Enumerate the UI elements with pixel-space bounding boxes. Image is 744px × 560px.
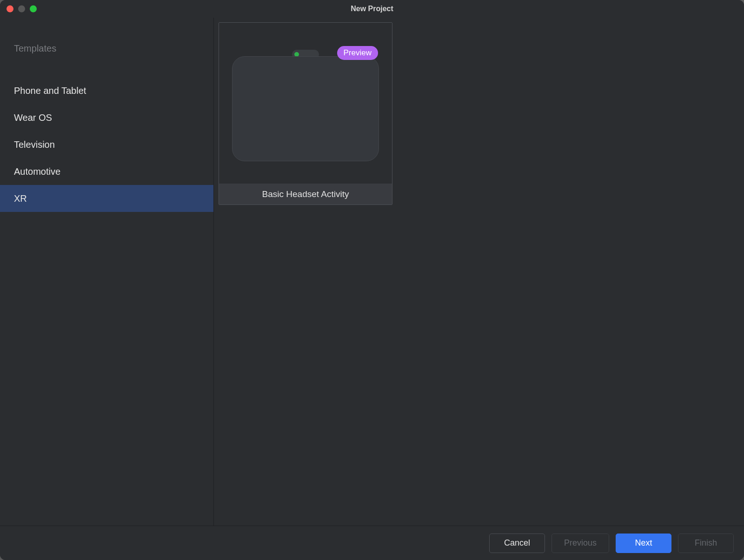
new-project-window: New Project Templates Phone and Tablet W…	[0, 0, 744, 560]
template-grid: Preview Basic Headset Activity	[214, 18, 744, 526]
preview-badge: Preview	[337, 46, 378, 60]
template-card-basic-headset-activity[interactable]: Preview Basic Headset Activity	[219, 22, 392, 205]
sidebar-item-label: Automotive	[14, 166, 60, 177]
previous-button: Previous	[551, 534, 609, 553]
traffic-lights	[7, 6, 37, 13]
minimize-window-button[interactable]	[18, 6, 25, 13]
sidebar-item-label: Television	[14, 139, 55, 150]
body: Templates Phone and Tablet Wear OS Telev…	[0, 18, 744, 526]
titlebar: New Project	[0, 0, 744, 18]
sidebar-item-automotive[interactable]: Automotive	[0, 158, 213, 185]
sidebar-item-television[interactable]: Television	[0, 131, 213, 158]
next-button[interactable]: Next	[616, 534, 671, 553]
footer: Cancel Previous Next Finish	[0, 526, 744, 560]
zoom-window-button[interactable]	[30, 6, 37, 13]
headset-screen-icon	[232, 56, 379, 161]
window-title: New Project	[351, 5, 393, 13]
sidebar-item-label: Wear OS	[14, 112, 52, 123]
sidebar-heading: Templates	[0, 43, 213, 54]
sidebar-item-label: XR	[14, 193, 27, 204]
sidebar-item-phone-and-tablet[interactable]: Phone and Tablet	[0, 77, 213, 104]
cancel-button[interactable]: Cancel	[489, 534, 545, 553]
close-window-button[interactable]	[7, 6, 13, 13]
template-card-label: Basic Headset Activity	[219, 184, 392, 204]
sidebar: Templates Phone and Tablet Wear OS Telev…	[0, 18, 214, 526]
sidebar-item-xr[interactable]: XR	[0, 185, 213, 212]
finish-button: Finish	[678, 534, 734, 553]
sidebar-item-label: Phone and Tablet	[14, 86, 86, 96]
template-thumbnail: Preview	[219, 23, 392, 184]
sidebar-item-wear-os[interactable]: Wear OS	[0, 104, 213, 131]
